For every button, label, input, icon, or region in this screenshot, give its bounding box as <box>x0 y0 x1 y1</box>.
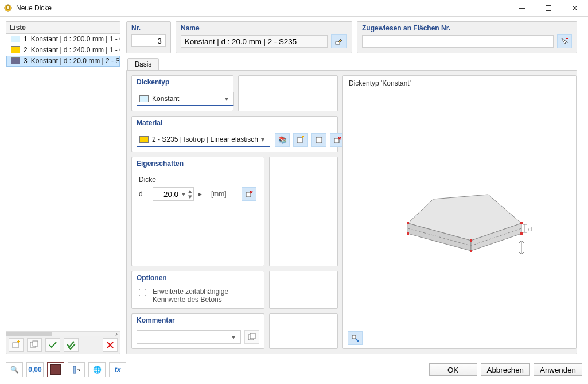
rename-icon <box>335 37 343 45</box>
d-step-down[interactable]: ▾ <box>186 194 193 200</box>
check-all-button[interactable] <box>64 338 79 352</box>
svg-rect-17 <box>407 222 409 224</box>
optionen-card: Optionen Erweiterte zeitabhängige Kennwe… <box>131 271 264 309</box>
sheet-icon <box>315 136 323 144</box>
app-icon <box>3 3 13 13</box>
eigenschaften-title: Eigenschaften <box>132 157 264 170</box>
svg-rect-13 <box>250 333 255 339</box>
list-item-text: Konstant | d : 240.0 mm | 1 - C30… <box>31 46 120 54</box>
material-swatch <box>139 136 149 143</box>
section-tool-button[interactable] <box>68 362 85 377</box>
name-input[interactable] <box>181 35 328 48</box>
chevron-down-icon: ▾ <box>222 95 231 103</box>
cancel-button[interactable]: Abbrechen <box>481 363 530 376</box>
globe-button[interactable]: 🌐 <box>88 362 106 377</box>
svg-rect-22 <box>520 232 523 235</box>
kommentar-combo[interactable]: ▾ <box>137 330 241 344</box>
dimension-d-label: d <box>528 226 532 232</box>
apply-button[interactable]: Anwenden <box>534 363 582 376</box>
nr-input[interactable] <box>131 34 166 47</box>
svg-rect-1 <box>7 6 9 9</box>
dicke-label: Dicke <box>139 176 257 184</box>
material-value: 2 - S235 | Isotrop | Linear elastisch <box>152 135 258 143</box>
svg-rect-2 <box>519 8 525 9</box>
list-item-swatch <box>11 46 20 53</box>
d-unit: [mm] <box>211 190 227 198</box>
material-combo[interactable]: 2 - S235 | Isotrop | Linear elastisch ▾ <box>137 133 270 147</box>
d-dropdown-icon[interactable]: ▾ <box>181 190 186 198</box>
preview-panel: Dickentyp 'Konstant' <box>342 75 577 349</box>
nr-group: Nr. <box>126 21 171 53</box>
pick-icon <box>560 37 568 45</box>
thickness-list[interactable]: 1Konstant | d : 200.0 mm | 1 - C30…2Kons… <box>6 34 120 331</box>
list-item-no: 2 <box>24 46 28 54</box>
dickentyp-value: Konstant <box>152 95 222 103</box>
list-item-swatch <box>11 57 20 64</box>
svg-rect-23 <box>352 335 356 339</box>
material-card: Material 2 - S235 | Isotrop | Linear ela… <box>131 116 338 152</box>
d-value-input[interactable] <box>153 190 181 199</box>
scroll-right-icon[interactable]: › <box>113 332 120 336</box>
dickentyp-combo[interactable]: Konstant ▾ <box>137 92 234 106</box>
kommentar-title: Kommentar <box>132 314 264 327</box>
optionen-side-card <box>269 271 338 309</box>
fx-icon: fx <box>115 366 121 374</box>
fx-button[interactable]: fx <box>109 362 126 377</box>
svg-rect-19 <box>520 222 523 224</box>
maximize-button[interactable] <box>535 0 562 16</box>
list-item[interactable]: 2Konstant | d : 240.0 mm | 1 - C30… <box>6 45 120 56</box>
svg-rect-8 <box>297 138 302 143</box>
slab-illustration: d <box>385 154 534 269</box>
titlebar: Neue Dicke <box>0 0 588 17</box>
list-panel: Liste 1Konstant | d : 200.0 mm | 1 - C30… <box>6 21 120 354</box>
preview-title: Dickentyp 'Konstant' <box>343 76 576 91</box>
optionen-title: Optionen <box>132 271 264 284</box>
list-h-scrollbar[interactable]: ‹ › <box>6 331 120 336</box>
option-ext-concrete-label: Erweiterte zeitabhängige Kennwerte des B… <box>153 288 259 304</box>
rename-button[interactable] <box>331 34 347 48</box>
d-step-arrows[interactable]: ▴ ▾ <box>186 188 193 200</box>
d-spin[interactable]: ▾ ▴ ▾ <box>153 187 194 201</box>
preview-body: d <box>343 92 576 331</box>
preview-settings-button[interactable] <box>348 331 363 345</box>
kommentar-card: Kommentar ▾ <box>131 313 264 349</box>
new-item-button[interactable] <box>9 338 24 352</box>
list-toolbar <box>6 336 120 354</box>
pick-surfaces-button[interactable] <box>557 34 572 48</box>
svg-rect-24 <box>73 366 76 373</box>
assign-input[interactable] <box>362 35 554 48</box>
list-item[interactable]: 1Konstant | d : 200.0 mm | 1 - C30… <box>6 34 120 45</box>
help-button[interactable]: 🔍 <box>6 362 23 377</box>
delete-item-button[interactable] <box>103 338 118 352</box>
option-ext-concrete-checkbox[interactable] <box>139 289 146 296</box>
material-new-button[interactable] <box>293 133 308 147</box>
color-swatch-button[interactable] <box>47 362 64 377</box>
svg-rect-9 <box>316 137 322 143</box>
footer: 🔍 0,00 🌐 fx OK Abbrechen Anwenden <box>0 359 588 380</box>
check-item-button[interactable] <box>45 338 60 352</box>
assign-label: Zugewiesen an Flächen Nr. <box>362 24 572 32</box>
kommentar-extra-button[interactable] <box>244 330 259 344</box>
list-item-no: 3 <box>24 57 28 65</box>
scroll-thumb[interactable] <box>6 332 52 336</box>
minimize-button[interactable] <box>509 0 535 16</box>
tab-basis[interactable]: Basis <box>127 58 159 71</box>
notes-icon <box>248 333 256 341</box>
sheet-delete-icon <box>333 136 341 144</box>
d-pick-button[interactable] <box>242 187 256 201</box>
apply-right-icon[interactable]: ▸ <box>198 190 207 198</box>
list-item[interactable]: 3Konstant | d : 20.0 mm | 2 - S235… <box>6 56 120 67</box>
close-button[interactable] <box>562 0 588 16</box>
svg-rect-21 <box>470 250 472 252</box>
list-item-text: Konstant | d : 200.0 mm | 1 - C30… <box>31 35 120 43</box>
option-ext-concrete[interactable]: Erweiterte zeitabhängige Kennwerte des B… <box>137 288 259 304</box>
svg-rect-4 <box>13 343 18 348</box>
eigenschaften-side-card <box>269 157 338 266</box>
material-library-button[interactable]: 📚 <box>275 133 290 147</box>
ok-button[interactable]: OK <box>429 363 477 376</box>
copy-item-button[interactable] <box>27 338 42 352</box>
units-button[interactable]: 0,00 <box>26 362 44 377</box>
svg-rect-6 <box>33 341 38 346</box>
search-icon: 🔍 <box>10 366 19 374</box>
material-edit-button[interactable] <box>311 133 326 147</box>
